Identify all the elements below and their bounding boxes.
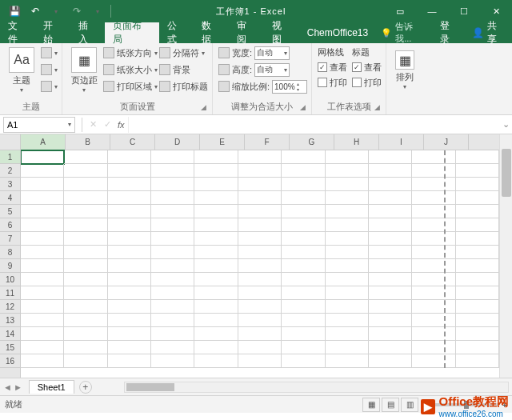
tab-page-layout[interactable]: 页面布局 xyxy=(105,22,158,43)
headings-view-checkbox[interactable]: ✓ xyxy=(352,62,362,72)
breaks-button[interactable]: 分隔符▾ xyxy=(159,45,208,61)
row-header[interactable]: 10 xyxy=(0,273,20,286)
cell[interactable] xyxy=(456,191,499,205)
scrollbar-thumb[interactable] xyxy=(126,383,174,391)
cell[interactable] xyxy=(326,246,369,259)
cell[interactable] xyxy=(64,327,107,341)
tab-view[interactable]: 视图 xyxy=(264,22,299,43)
cell[interactable] xyxy=(194,273,238,286)
cell[interactable] xyxy=(412,232,455,246)
cell[interactable] xyxy=(412,341,455,354)
sheet-tab[interactable]: Sheet1 xyxy=(29,380,74,394)
row-header[interactable]: 7 xyxy=(0,232,20,246)
cell[interactable] xyxy=(194,327,238,341)
cell[interactable] xyxy=(151,354,194,368)
add-sheet-button[interactable]: + xyxy=(79,381,92,394)
column-header[interactable]: I xyxy=(379,134,424,150)
vertical-scrollbar[interactable] xyxy=(499,134,512,378)
cell[interactable] xyxy=(108,191,151,205)
cell[interactable] xyxy=(151,273,194,286)
cell[interactable] xyxy=(151,232,194,246)
cell[interactable] xyxy=(369,354,412,368)
cell[interactable] xyxy=(412,273,455,286)
cell[interactable] xyxy=(456,341,499,354)
cell[interactable] xyxy=(412,218,455,232)
column-header[interactable]: G xyxy=(290,134,334,150)
cell[interactable] xyxy=(21,205,64,218)
cell[interactable] xyxy=(282,354,325,368)
cell[interactable] xyxy=(282,327,325,341)
cell[interactable] xyxy=(412,164,455,178)
cell[interactable] xyxy=(456,273,499,286)
tab-review[interactable]: 审阅 xyxy=(229,22,264,43)
cell[interactable] xyxy=(369,314,412,327)
row-header[interactable]: 4 xyxy=(0,191,20,205)
undo-button[interactable]: ↶ xyxy=(26,2,45,21)
cell[interactable] xyxy=(456,327,499,341)
cell[interactable] xyxy=(326,273,369,286)
cell[interactable] xyxy=(21,191,64,205)
cell[interactable] xyxy=(282,246,325,259)
background-button[interactable]: 背景 xyxy=(159,62,208,78)
row-header[interactable]: 15 xyxy=(0,341,20,354)
cell[interactable] xyxy=(238,191,282,205)
cell[interactable] xyxy=(108,314,151,327)
page-layout-view-button[interactable]: ▤ xyxy=(382,398,399,412)
cell[interactable] xyxy=(282,191,325,205)
formula-bar[interactable] xyxy=(128,117,499,133)
select-all-corner[interactable] xyxy=(0,134,20,150)
cell[interactable] xyxy=(108,164,151,178)
cell[interactable] xyxy=(194,300,238,314)
column-header[interactable]: C xyxy=(110,134,155,150)
row-header[interactable]: 5 xyxy=(0,205,20,218)
cell[interactable] xyxy=(412,178,455,191)
cell[interactable] xyxy=(108,300,151,314)
cell[interactable] xyxy=(412,354,455,368)
cell[interactable] xyxy=(369,218,412,232)
cell[interactable] xyxy=(64,178,107,191)
cell[interactable] xyxy=(326,341,369,354)
cell[interactable] xyxy=(238,314,282,327)
cell[interactable] xyxy=(64,341,107,354)
row-header[interactable]: 8 xyxy=(0,246,20,259)
cell[interactable] xyxy=(456,178,499,191)
cell[interactable] xyxy=(238,205,282,218)
cell[interactable] xyxy=(108,218,151,232)
cell[interactable] xyxy=(151,341,194,354)
cell[interactable] xyxy=(456,300,499,314)
cell[interactable] xyxy=(238,327,282,341)
cell[interactable] xyxy=(369,150,412,164)
cell[interactable] xyxy=(282,286,325,300)
scale-dialog-launcher[interactable]: ◢ xyxy=(300,103,310,113)
cell[interactable] xyxy=(456,259,499,273)
tell-me[interactable]: 💡 告诉我... xyxy=(376,22,434,43)
cell[interactable] xyxy=(456,354,499,368)
themes-button[interactable]: Aa 主题 ▾ xyxy=(4,45,39,96)
cell[interactable] xyxy=(194,178,238,191)
cell[interactable] xyxy=(369,286,412,300)
cell[interactable] xyxy=(326,286,369,300)
cell[interactable] xyxy=(21,300,64,314)
margins-button[interactable]: ▦ 页边距 ▾ xyxy=(66,45,102,96)
cell[interactable] xyxy=(326,150,369,164)
cell[interactable] xyxy=(326,300,369,314)
cell[interactable] xyxy=(369,191,412,205)
cell[interactable] xyxy=(412,205,455,218)
cell[interactable] xyxy=(64,286,107,300)
cell[interactable] xyxy=(64,205,107,218)
theme-effects-button[interactable]: ▾ xyxy=(41,78,58,94)
cell[interactable] xyxy=(369,327,412,341)
cell[interactable] xyxy=(238,300,282,314)
cell[interactable] xyxy=(238,273,282,286)
column-header[interactable]: J xyxy=(424,134,469,150)
gridlines-print-checkbox[interactable] xyxy=(318,78,327,87)
cell[interactable] xyxy=(412,191,455,205)
scale-input[interactable]: 100%▴▾ xyxy=(272,80,307,94)
cell[interactable] xyxy=(21,341,64,354)
tab-chemoffice[interactable]: ChemOffice13 xyxy=(299,22,376,43)
qat-customize-icon[interactable]: ▾ xyxy=(88,2,107,21)
cell[interactable] xyxy=(412,314,455,327)
theme-fonts-button[interactable]: ▾ xyxy=(41,62,58,78)
cell[interactable] xyxy=(326,178,369,191)
tab-data[interactable]: 数据 xyxy=(194,22,229,43)
